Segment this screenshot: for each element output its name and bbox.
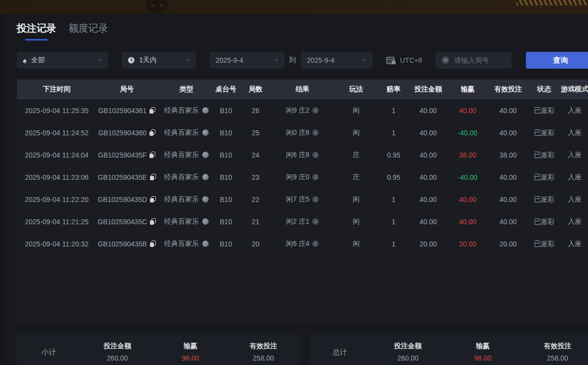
subtotal-bet-value: 260.00 [81,354,154,362]
odds-value: 1 [392,107,396,115]
table_no-value: B10 [220,196,232,203]
round-number-input[interactable] [453,56,506,65]
valid_bet-value: 40.00 [499,218,516,226]
time-range-value: 1天内 [139,56,157,65]
cell-status: 已派彩 [533,233,555,255]
play-value: 闲 [353,217,360,226]
cell-play: 闲 [330,210,383,233]
cell-type: 经典百家乐 [157,188,216,210]
copy-icon[interactable] [149,129,155,136]
cell-result: 闲9 庄2i [275,99,330,122]
chevron-down-icon: ▼ [98,58,102,62]
date-to-value: 2025-9-4 [307,56,334,64]
type-indicator-icon [202,129,209,136]
cell-result: 闲6 庄4i [275,233,330,255]
cell-time: 2025-09-04 11:24:52 [17,122,97,144]
cell-round_no: 22 [236,188,275,210]
records-table: 下注时间局号类型桌台号局数结果玩法赔率投注金额输赢有效投注状态游戏模式 2025… [17,80,588,324]
query-button[interactable]: 查询 [526,52,588,69]
cell-round_no: 24 [236,144,275,166]
date-range-to-label: 到 [289,56,296,65]
type-value: 经典百家乐 [164,106,199,115]
cell-status: 已派彩 [533,188,555,210]
copy-icon[interactable] [150,196,156,203]
total-block: 总计 投注金额 260.00 输赢 98.00 有效投注 258.00 [309,333,588,365]
time-value: 2025-09-04 11:25:35 [25,107,89,115]
mode-value: 入座 [568,151,582,160]
odds-value: 0.95 [387,173,400,181]
mode-value: 入座 [568,195,582,204]
date-from-dropdown[interactable]: 2025-9-4 ▼ [210,52,285,69]
cell-win_loss: 20.00 [452,233,483,255]
cell-result: 闲2 庄1i [275,210,330,233]
valid_bet-value: 20.00 [499,240,516,248]
win_loss-value: 38.00 [459,151,476,159]
spade-icon: ♠ [23,57,27,64]
valid_bet-value: 40.00 [499,129,516,137]
type-value: 经典百家乐 [164,195,199,204]
copy-icon[interactable] [150,174,156,180]
cell-round_id: GB1025904361 [97,99,157,122]
total-valid-label: 有效投注 [520,342,588,351]
cell-round_id: GB102590435D [97,188,157,210]
valid_bet-value: 40.00 [499,196,516,203]
result-detail-icon[interactable]: i [312,241,319,247]
date-to-dropdown[interactable]: 2025-9-4 ▼ [301,52,372,69]
time-value: 2025-09-04 11:22:20 [25,196,89,203]
cell-time: 2025-09-04 11:20:32 [17,233,97,255]
odds-value: 1 [392,196,396,203]
copy-icon[interactable] [149,152,155,158]
cell-play: 庄 [330,144,383,166]
copy-icon[interactable] [150,241,156,247]
chevron-down-icon: ▼ [362,58,367,62]
copy-icon[interactable] [149,107,155,114]
round-number-icon: 局 [441,56,449,64]
round-number-search[interactable]: 局 [436,52,512,69]
bet-value: 40.00 [419,218,437,226]
play-value: 闲 [353,195,360,204]
cell-bet: 40.00 [404,210,452,233]
cell-status: 已派彩 [533,122,555,144]
subtotal-label: 小计 [17,333,81,357]
cell-table_no: B10 [216,210,236,233]
mode-value: 入座 [568,173,582,182]
timezone-indicator[interactable]: UTC+8 [386,56,422,65]
table-row: 2025-09-04 11:21:25GB102590435C经典百家乐B102… [17,210,588,233]
round_id-value: GB102590435D [98,196,147,203]
cell-result: 闲9 庄0i [275,166,330,188]
cell-round_no: 23 [236,166,275,188]
column-header: 桌台号 [216,80,236,99]
type-indicator-icon [202,196,209,203]
round_no-value: 24 [252,151,259,159]
tab-quota-records[interactable]: 额度记录 [69,22,108,41]
result-detail-icon[interactable]: i [312,196,319,203]
table_no-value: B10 [220,218,232,226]
game-type-dropdown[interactable]: ♠ 全部 ▼ [17,52,108,69]
round_no-value: 23 [252,173,259,181]
odds-value: 1 [392,240,396,248]
table_no-value: B10 [220,173,232,181]
status-value: 已派彩 [534,151,554,160]
time-range-dropdown[interactable]: 1天内 ▼ [122,52,196,69]
result-detail-icon[interactable]: i [312,107,319,114]
total-winloss-label: 输赢 [445,342,520,351]
calendar-clock-icon [386,56,396,65]
time-value: 2025-09-04 11:20:32 [25,240,89,248]
copy-icon[interactable] [150,218,156,225]
subtotal-winloss-group: 输赢 98.00 [154,333,227,362]
result-detail-icon[interactable]: i [312,218,319,225]
play-value: 闲 [353,240,360,248]
cell-type: 经典百家乐 [157,144,216,166]
status-value: 已派彩 [534,173,554,182]
result-detail-icon[interactable]: i [312,152,319,158]
result-detail-icon[interactable]: i [312,174,319,180]
column-header: 游戏模式 [555,80,588,99]
active-tab-underline [25,39,48,41]
table_no-value: B10 [220,151,232,159]
result-detail-icon[interactable]: i [312,129,319,136]
table-row: 2025-09-04 11:22:20GB102590435D经典百家乐B102… [17,188,588,210]
time-value: 2025-09-04 11:24:52 [25,129,89,137]
valid_bet-value: 38.00 [499,151,516,159]
cell-bet: 40.00 [404,122,452,144]
tab-betting-records[interactable]: 投注记录 [17,22,56,41]
